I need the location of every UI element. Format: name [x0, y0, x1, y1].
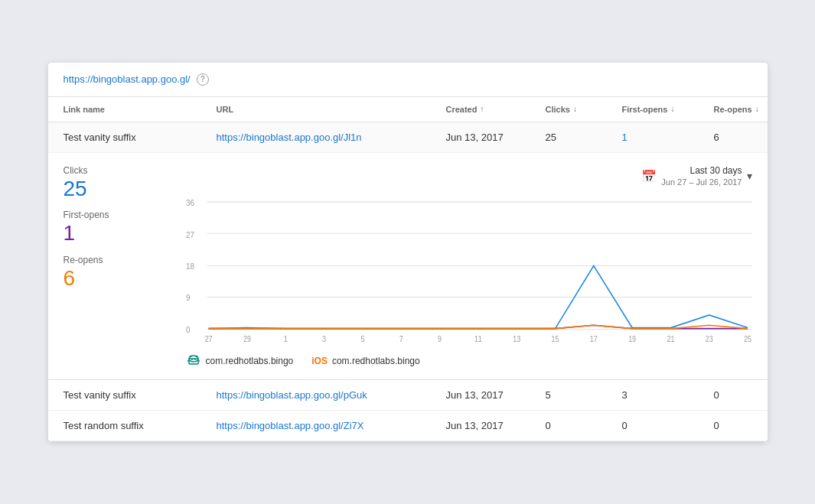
legend-ios: iOS com.redhotlabs.bingo	[311, 356, 419, 366]
row3-first-opens: 0	[622, 420, 714, 431]
row1-first-opens: 1	[622, 132, 714, 143]
svg-text:9: 9	[438, 335, 442, 344]
legend-android: com.redhotlabs.bingo	[186, 355, 294, 367]
clicks-label: Clicks	[64, 165, 163, 176]
first-opens-stat: First-opens 1	[64, 210, 163, 245]
row1-link-name: Test vanity suffix	[64, 132, 217, 143]
calendar-icon: 📅	[641, 169, 657, 184]
date-range-dropdown-arrow[interactable]: ▾	[747, 170, 752, 182]
ios-legend-label: com.redhotlabs.bingo	[332, 356, 420, 366]
row1-clicks: 25	[546, 132, 622, 143]
col-clicks[interactable]: Clicks ↓	[546, 105, 622, 114]
svg-text:27: 27	[186, 230, 194, 240]
svg-text:9: 9	[186, 293, 191, 303]
date-range-text: Last 30 days Jun 27 – Jul 26, 2017	[661, 165, 742, 188]
table-row[interactable]: Test vanity suffix https://bingoblast.ap…	[48, 122, 768, 153]
row2-re-opens: 0	[714, 389, 768, 401]
col-re-opens[interactable]: Re-opens ↓	[714, 105, 768, 114]
android-legend-label: com.redhotlabs.bingo	[206, 356, 294, 366]
svg-text:18: 18	[186, 262, 194, 272]
date-range-bar: 📅 Last 30 days Jun 27 – Jul 26, 2017 ▾	[186, 165, 752, 188]
svg-text:25: 25	[744, 335, 751, 344]
re-opens-sort-arrow: ↓	[755, 105, 759, 113]
row3-clicks: 0	[546, 420, 622, 431]
row2-first-opens: 3	[622, 389, 714, 401]
svg-text:17: 17	[589, 335, 597, 344]
svg-text:0: 0	[186, 325, 191, 335]
table-row[interactable]: Test vanity suffix https://bingoblast.ap…	[48, 380, 768, 411]
row1-re-opens: 6	[714, 132, 768, 143]
svg-text:3: 3	[322, 335, 326, 344]
svg-text:19: 19	[628, 335, 636, 344]
col-link-name: Link name	[64, 105, 217, 114]
svg-text:7: 7	[399, 335, 403, 344]
row3-url[interactable]: https://bingoblast.app.goo.gl/Zi7X	[217, 420, 364, 431]
col-first-opens[interactable]: First-opens ↓	[622, 105, 714, 114]
chart-area: 📅 Last 30 days Jun 27 – Jul 26, 2017 ▾ 3…	[186, 165, 752, 368]
row3-created: Jun 13, 2017	[446, 420, 546, 431]
row1-url[interactable]: https://bingoblast.app.goo.gl/Jl1n	[217, 132, 362, 143]
card-header: https://bingoblast.app.goo.gl/ ?	[48, 63, 768, 97]
expanded-row: Clicks 25 First-opens 1 Re-opens 6 📅	[48, 153, 768, 381]
line-chart: 36 27 18 9 0 27 29 1	[186, 193, 752, 346]
main-card: https://bingoblast.app.goo.gl/ ? Link na…	[48, 63, 768, 442]
re-opens-label: Re-opens	[64, 255, 163, 265]
clicks-value: 25	[64, 177, 163, 201]
date-range-title: Last 30 days	[689, 165, 742, 177]
created-sort-arrow: ↑	[480, 105, 484, 113]
col-created[interactable]: Created ↑	[446, 105, 546, 114]
header-url[interactable]: https://bingoblast.app.goo.gl/	[64, 73, 191, 85]
re-opens-stat: Re-opens 6	[64, 255, 163, 291]
stats-panel: Clicks 25 First-opens 1 Re-opens 6	[64, 165, 163, 368]
svg-text:11: 11	[474, 335, 481, 344]
row2-clicks: 5	[546, 389, 622, 401]
chart-svg-wrap: 36 27 18 9 0 27 29 1	[186, 193, 752, 349]
first-opens-sort-arrow: ↓	[670, 105, 674, 113]
re-opens-value: 6	[64, 267, 163, 291]
table-row[interactable]: Test random suffix https://bingoblast.ap…	[48, 411, 768, 441]
table-header: Link name URL Created ↑ Clicks ↓ First-o…	[48, 97, 768, 122]
svg-text:1: 1	[283, 335, 287, 344]
row2-url[interactable]: https://bingoblast.app.goo.gl/pGuk	[217, 389, 367, 401]
svg-text:29: 29	[243, 335, 250, 344]
svg-text:27: 27	[204, 335, 212, 344]
android-icon	[186, 355, 201, 367]
svg-text:13: 13	[513, 335, 520, 344]
row1-created: Jun 13, 2017	[446, 132, 546, 143]
svg-point-32	[194, 359, 196, 360]
ios-icon: iOS	[311, 356, 328, 366]
row2-created: Jun 13, 2017	[446, 389, 546, 401]
chart-legend: com.redhotlabs.bingo iOS com.redhotlabs.…	[186, 355, 752, 367]
clicks-sort-arrow: ↓	[573, 105, 577, 113]
svg-text:23: 23	[705, 335, 712, 344]
clicks-stat: Clicks 25	[64, 165, 163, 201]
svg-text:15: 15	[551, 335, 559, 344]
date-range-sub: Jun 27 – Jul 26, 2017	[661, 177, 742, 187]
col-url: URL	[217, 105, 446, 114]
svg-text:21: 21	[667, 335, 674, 344]
svg-text:36: 36	[186, 197, 194, 207]
row3-re-opens: 0	[714, 420, 768, 431]
first-opens-value: 1	[64, 222, 163, 245]
first-opens-label: First-opens	[64, 210, 163, 220]
svg-point-31	[191, 359, 193, 360]
row2-link-name: Test vanity suffix	[64, 389, 217, 401]
svg-text:5: 5	[360, 335, 364, 344]
row3-link-name: Test random suffix	[64, 420, 217, 431]
help-icon[interactable]: ?	[197, 73, 209, 86]
